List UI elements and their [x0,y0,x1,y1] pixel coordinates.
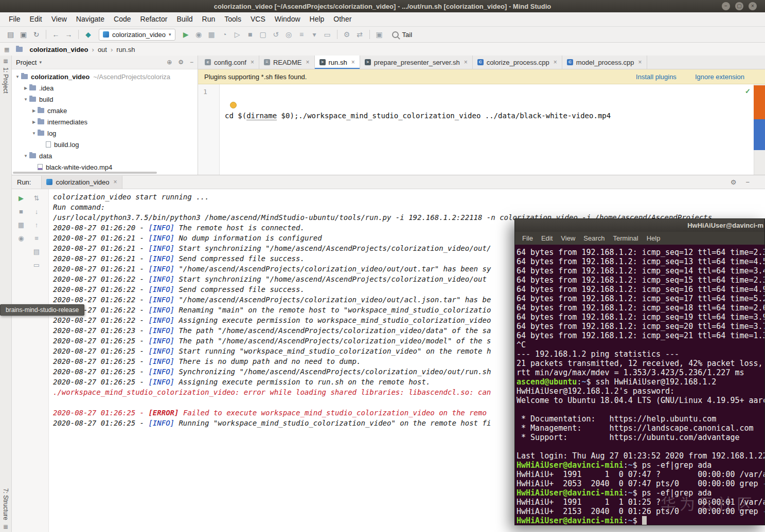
tab-close-icon[interactable]: × [464,59,468,66]
menu-code[interactable]: Code [109,12,135,26]
locate-file-icon[interactable]: ⊕ [167,59,172,66]
menu-view[interactable]: View [47,12,72,26]
tab-readme[interactable]: ≡README× [259,56,315,69]
build-icon[interactable]: ◆ [82,28,95,41]
pin-icon[interactable]: ◉ [18,233,24,244]
stop-icon[interactable]: ■ [244,28,257,41]
sync-icon[interactable]: ↻ [30,28,43,41]
chevron-icon[interactable]: ▼ [14,75,21,79]
terminal-menu-view[interactable]: View [557,232,579,245]
bookmarks-icon[interactable]: ▾ [308,28,321,41]
menu-help[interactable]: Help [305,12,329,26]
maximize-icon[interactable]: ▢ [735,2,743,10]
terminal-body[interactable]: 64 bytes from 192.168.1.2: icmp_seq=12 t… [515,245,764,525]
menu-file[interactable]: File [4,12,25,26]
breadcrumb-item-project[interactable]: colorization_video [29,46,88,53]
menu-edit[interactable]: Edit [25,12,47,26]
menu-navigate[interactable]: Navigate [72,12,109,26]
back-icon[interactable]: ← [49,28,62,41]
transfer-icon[interactable]: ⇄ [353,28,366,41]
dashboard-icon[interactable]: ▦ [18,220,24,230]
horizontal-scrollbar[interactable] [13,172,157,174]
run-settings-gear-icon[interactable]: ⚙ [731,178,737,186]
tree-item-data[interactable]: ▼data [12,150,198,161]
tab-close-icon[interactable]: × [251,59,254,66]
stripe-project-label[interactable]: 1: Project [2,67,9,94]
open-icon[interactable]: ▤ [4,28,17,41]
restore-layout-icon[interactable]: ↺ [270,28,282,41]
menu-window[interactable]: Window [270,12,305,26]
chevron-icon[interactable]: ▶ [30,120,38,124]
chevron-icon[interactable]: ▼ [30,131,38,136]
tree-item-idea[interactable]: ▶.idea [12,82,198,94]
menu-build[interactable]: Build [172,12,197,26]
forward-icon[interactable]: → [62,28,75,41]
stripe-structure-label[interactable]: 7: Structure [2,488,9,520]
debug-icon[interactable]: ◉ [192,28,205,41]
settings-gear-icon[interactable]: ⚙ [178,59,184,66]
tree-item-log[interactable]: ▼log [12,127,198,139]
menu-run[interactable]: Run [198,12,220,26]
tab-run-sh[interactable]: >run.sh× [315,56,360,69]
coverage-icon[interactable]: ▦ [205,28,218,41]
code-editor[interactable]: 1 cd $(dirname $0);./workspace_mind_stud… [198,84,765,175]
breadcrumb-item-out[interactable]: out [98,46,107,53]
eye-icon[interactable]: ◎ [282,28,295,41]
tab-close-icon[interactable]: × [306,59,310,66]
tree-item-intermediates[interactable]: ▶intermediates [12,116,198,127]
menu-refactor[interactable]: Refactor [136,12,172,26]
tab-close-icon[interactable]: × [114,178,117,186]
run-tab[interactable]: colorization_video × [41,176,122,189]
stripe-bottom-group[interactable]: 7: Structure ▦ [2,488,9,529]
tab-colorize-process-cpp[interactable]: Ccolorize_process.cpp× [473,56,562,69]
wrench-icon[interactable]: ⚙ [341,28,353,41]
scroll-up-icon[interactable]: ↑ [35,220,39,230]
scroll-down-icon[interactable]: ↓ [35,207,39,217]
ignore-extension-link[interactable]: Ignore extension [695,73,744,81]
menu-other[interactable]: Other [329,12,356,26]
print-icon[interactable]: ▤ [33,247,40,257]
coverage-report-icon[interactable]: ▢ [257,28,270,41]
chevron-icon[interactable]: ▼ [22,154,29,158]
run-secondary-icon[interactable]: ▷ [231,28,244,41]
breadcrumb-item-file[interactable]: run.sh [116,46,135,53]
tab-close-icon[interactable]: × [638,59,642,66]
terminal-menu-edit[interactable]: Edit [537,232,557,245]
terminal-menu-terminal[interactable]: Terminal [609,232,643,245]
chevron-icon[interactable]: ▶ [22,86,29,90]
chevron-icon[interactable]: ▼ [22,97,29,102]
tab-close-icon[interactable]: × [554,59,557,66]
tab-config-conf[interactable]: cconfig.conf× [200,56,259,69]
terminal-menu-file[interactable]: File [518,232,537,245]
clear-icon[interactable]: ▭ [33,260,40,270]
run-icon[interactable]: ▶ [180,28,192,41]
close-icon[interactable]: × [749,2,757,10]
menu-tools[interactable]: Tools [220,12,246,26]
minimize-panel-icon[interactable]: − [745,178,750,186]
tab-prepare-presenter-server-sh[interactable]: >prepare_presenter_server.sh× [360,56,473,69]
stripe-top-group[interactable]: ▦ 1: Project [2,58,9,94]
stop-icon[interactable]: ■ [19,207,23,217]
tree-item-colorization-video[interactable]: ▼colorization_video~/AscendProjects/colo… [12,71,198,82]
tree-item-black-white-video-mp4[interactable]: black-white-video.mp4 [12,161,198,173]
device-icon[interactable]: ▭ [321,28,334,41]
save-all-icon[interactable]: ▣ [17,28,30,41]
window-layout-icon[interactable]: ▣ [373,28,386,41]
list-icon[interactable]: ≡ [295,28,308,41]
project-view-selector[interactable]: Project [16,59,37,66]
tree-item-build-log[interactable]: build.log [12,139,198,150]
intention-bulb-icon[interactable] [230,102,237,108]
menu-vcs[interactable]: VCS [246,12,270,26]
terminal-menu-help[interactable]: Help [643,232,665,245]
hide-panel-icon[interactable]: − [190,59,193,66]
sort-icon[interactable]: ⇅ [34,193,40,204]
tab-model-process-cpp[interactable]: Cmodel_process.cpp× [562,56,647,69]
rerun-icon[interactable]: ▶ [19,193,24,204]
run-config-selector[interactable]: colorization_video ▾ [99,29,175,41]
install-plugins-link[interactable]: Install plugins [636,73,677,81]
tree-item-cmake[interactable]: ▶cmake [12,105,198,116]
tab-close-icon[interactable]: × [351,59,355,66]
scroll-end-icon[interactable]: ≡ [34,233,39,244]
terminal-menu-search[interactable]: Search [579,232,609,245]
search-everywhere[interactable]: Tail [392,31,413,39]
